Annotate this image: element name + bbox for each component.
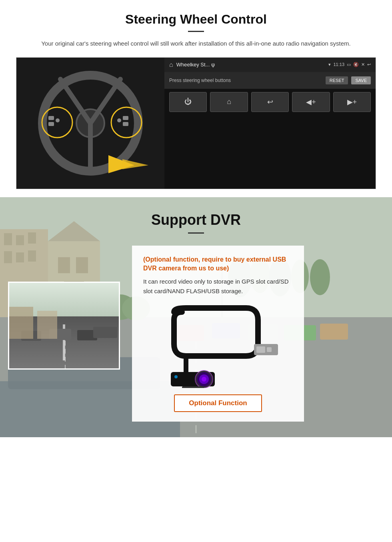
steering-screen: ⌂ Wheelkey St... ψ ▾ 11:13 ▭ 🔇 ✕ ↩ Press… [164,58,376,189]
vol-up-ctrl-btn[interactable]: ◀+ [292,92,330,112]
back-ctrl-icon: ↩ [267,98,273,106]
screen-topbar: ⌂ Wheelkey St... ψ ▾ 11:13 ▭ 🔇 ✕ ↩ [164,58,376,72]
steering-photo [16,58,164,189]
svg-rect-53 [37,311,57,339]
back-ctrl-btn[interactable]: ↩ [251,92,289,112]
dvr-camera-illustration [146,304,290,388]
dvr-section: Support DVR (Optional function, re [0,197,392,437]
vol-up-icon: ◀+ [306,98,316,106]
screen-control-bar: Press steering wheel buttons RESET SAVE [164,72,376,89]
svg-rect-13 [117,118,121,122]
screen-prompt: Press steering wheel buttons [169,78,322,83]
screen-time: 11:13 [333,62,344,67]
screen-status-icons: ▾ 11:13 ▭ 🔇 ✕ ↩ [328,62,371,67]
save-button[interactable]: SAVE [351,76,371,84]
power-icon: ⏻ [184,98,192,106]
dvr-inset-photo [8,282,120,370]
steering-demo: ⌂ Wheelkey St... ψ ▾ 11:13 ▭ 🔇 ✕ ↩ Press… [16,57,376,189]
screen-app-title: Wheelkey St... ψ [176,62,326,68]
dvr-title: Support DVR [0,197,392,228]
home-ctrl-btn[interactable]: ⌂ [210,92,248,112]
svg-rect-57 [256,346,265,353]
steering-title: Steering Wheel Control [16,12,376,27]
dvr-content: (Optional function, require to buy exter… [0,246,392,422]
svg-point-62 [202,377,206,382]
power-ctrl-btn[interactable]: ⏻ [169,92,207,112]
reset-button[interactable]: RESET [326,76,348,84]
svg-rect-11 [123,116,128,120]
svg-rect-9 [48,122,54,126]
svg-rect-10 [56,118,60,122]
dvr-title-divider [188,232,204,234]
steering-section: Steering Wheel Control Your original car… [0,0,392,197]
screen-empty-area [164,115,376,189]
dvr-info-card: (Optional function, require to buy exter… [132,246,304,422]
battery-icon: ▭ [347,62,351,67]
dvr-description: It can record video only to storage in G… [143,277,293,296]
optional-function-button[interactable]: Optional Function [174,394,262,412]
steering-title-divider [188,31,204,32]
dvr-inset-svg [9,283,120,370]
back-icon: ↩ [367,62,371,67]
dvr-camera-svg [146,304,290,388]
vol-down-ctrl-btn[interactable]: ▶+ [333,92,371,112]
svg-rect-12 [123,122,128,126]
svg-rect-58 [267,347,272,352]
screen-buttons-row: ⏻ ⌂ ↩ ◀+ ▶+ [164,89,376,115]
svg-rect-52 [9,307,33,339]
svg-rect-8 [48,116,54,120]
svg-point-65 [174,375,178,378]
steering-wheel-wrap [24,63,156,183]
steering-wheel-svg [24,63,156,183]
svg-rect-51 [93,327,117,338]
mute-icon: 🔇 [353,62,359,67]
dvr-optional-note: (Optional function, require to buy exter… [143,255,293,273]
steering-subtitle: Your original car's steering wheel contr… [16,39,376,48]
vol-down-icon: ▶+ [347,98,357,106]
svg-rect-64 [182,386,204,388]
wifi-icon: ▾ [328,62,331,67]
home-icon: ⌂ [169,61,173,68]
close-icon: ✕ [361,62,365,67]
home-ctrl-icon: ⌂ [227,98,231,106]
